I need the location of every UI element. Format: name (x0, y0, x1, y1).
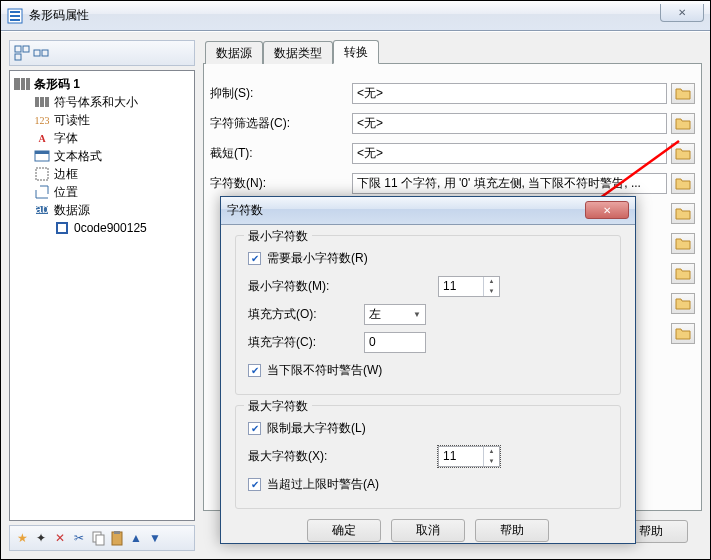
dialog-ok-button[interactable]: 确定 (307, 519, 381, 542)
limit-max-checkbox[interactable]: ✔ (248, 422, 261, 435)
tree-data-item[interactable]: 0code900125 (10, 219, 194, 237)
svg-text:ab: ab (35, 202, 49, 216)
need-min-checkbox[interactable]: ✔ (248, 252, 261, 265)
truncate-field: <无> (352, 143, 667, 164)
tree-root[interactable]: 条形码 1 (10, 75, 194, 93)
dialog-help-button[interactable]: 帮助 (475, 519, 549, 542)
dialog-title: 字符数 (227, 202, 263, 219)
window-title: 条形码属性 (29, 7, 89, 24)
move-down-icon[interactable]: ▼ (147, 530, 163, 546)
tree-item[interactable]: 边框 (10, 165, 194, 183)
new-icon[interactable]: ★ (14, 530, 30, 546)
dialog-close-button[interactable]: ✕ (585, 201, 629, 219)
app-icon (7, 8, 23, 24)
limit-max-label: 限制最大字符数(L) (267, 420, 366, 437)
svg-rect-3 (15, 54, 21, 60)
datasource-icon: ab (34, 202, 50, 218)
tab-datasource[interactable]: 数据源 (205, 41, 263, 64)
property-tree: 条形码 1 符号体系和大小 123可读性 A字体 文本格式 边框 位置 ab数据… (9, 70, 195, 521)
tree-toolbar (9, 40, 195, 66)
suppress-field: <无> (352, 83, 667, 104)
svg-rect-12 (58, 224, 66, 232)
suppress-browse-button[interactable] (671, 83, 695, 104)
filter-field: <无> (352, 113, 667, 134)
svg-rect-8 (36, 168, 48, 180)
extra-browse-button-5[interactable] (671, 323, 695, 344)
spin-down-icon[interactable]: ▼ (484, 456, 499, 466)
border-icon (34, 166, 50, 182)
spin-up-icon[interactable]: ▲ (484, 447, 499, 457)
position-icon (34, 184, 50, 200)
dialog-titlebar: 字符数 ✕ (221, 197, 635, 225)
min-count-input[interactable]: ▲▼ (438, 276, 500, 297)
max-count-input[interactable]: ▲▼ (438, 446, 500, 467)
extra-browse-button-3[interactable] (671, 263, 695, 284)
charcount-dialog: 字符数 ✕ 最小字符数 ✔ 需要最小字符数(R) 最小字符数(M): ▲▼ 填充… (220, 196, 636, 544)
need-min-label: 需要最小字符数(R) (267, 250, 368, 267)
warn-min-label: 当下限不符时警告(W) (267, 362, 382, 379)
count-field: 下限 11 个字符, 用 '0' 填充左侧, 当下限不符时警告, ... (352, 173, 667, 194)
extra-browse-button-1[interactable] (671, 203, 695, 224)
svg-rect-7 (35, 151, 49, 154)
truncate-label: 截短(T): (210, 145, 352, 162)
max-count-label: 最大字符数(X): (248, 448, 364, 465)
main-titlebar: 条形码属性 ✕ (1, 1, 710, 31)
extra-browse-button-2[interactable] (671, 233, 695, 254)
fill-char-input[interactable] (364, 332, 426, 353)
delete-icon[interactable]: ✕ (52, 530, 68, 546)
window-close-button[interactable]: ✕ (660, 4, 704, 22)
tab-datatype[interactable]: 数据类型 (263, 41, 333, 64)
chevron-down-icon: ▼ (413, 310, 421, 319)
svg-rect-16 (114, 531, 120, 534)
data-node-icon (54, 220, 70, 236)
tree-item[interactable]: A字体 (10, 129, 194, 147)
min-chars-group: 最小字符数 ✔ 需要最小字符数(R) 最小字符数(M): ▲▼ 填充方式(O):… (235, 235, 621, 395)
text-format-icon (34, 148, 50, 164)
svg-rect-5 (42, 50, 48, 56)
readability-icon: 123 (34, 112, 50, 128)
tree-item[interactable]: 符号体系和大小 (10, 93, 194, 111)
warn-max-label: 当超过上限时警告(A) (267, 476, 379, 493)
svg-rect-1 (15, 46, 21, 52)
warn-max-checkbox[interactable]: ✔ (248, 478, 261, 491)
wizard-icon[interactable]: ✦ (33, 530, 49, 546)
tree-item[interactable]: ab数据源 (10, 201, 194, 219)
tree-item[interactable]: 文本格式 (10, 147, 194, 165)
warn-min-checkbox[interactable]: ✔ (248, 364, 261, 377)
copy-icon[interactable] (90, 530, 106, 546)
tree-item[interactable]: 123可读性 (10, 111, 194, 129)
svg-rect-14 (96, 535, 104, 545)
font-icon: A (34, 130, 50, 146)
count-label: 字符数(N): (210, 175, 352, 192)
fill-method-select[interactable]: 左▼ (364, 304, 426, 325)
action-toolbar: ★ ✦ ✕ ✂ ▲ ▼ (9, 525, 195, 551)
filter-browse-button[interactable] (671, 113, 695, 134)
svg-rect-4 (34, 50, 40, 56)
expand-all-icon[interactable] (14, 45, 30, 61)
barcode-icon (14, 76, 30, 92)
svg-rect-2 (23, 46, 29, 52)
fill-method-label: 填充方式(O): (248, 306, 364, 323)
max-chars-group: 最大字符数 ✔ 限制最大字符数(L) 最大字符数(X): ▲▼ ✔ 当超过上限时… (235, 405, 621, 509)
cut-icon[interactable]: ✂ (71, 530, 87, 546)
symbology-icon (34, 94, 50, 110)
fill-char-label: 填充字符(C): (248, 334, 364, 351)
dialog-cancel-button[interactable]: 取消 (391, 519, 465, 542)
extra-browse-button-4[interactable] (671, 293, 695, 314)
move-up-icon[interactable]: ▲ (128, 530, 144, 546)
spin-up-icon[interactable]: ▲ (484, 277, 499, 287)
tab-strip: 数据源 数据类型 转换 (203, 40, 702, 64)
tree-item[interactable]: 位置 (10, 183, 194, 201)
truncate-browse-button[interactable] (671, 143, 695, 164)
spin-down-icon[interactable]: ▼ (484, 286, 499, 296)
collapse-all-icon[interactable] (33, 45, 49, 61)
suppress-label: 抑制(S): (210, 85, 352, 102)
min-count-label: 最小字符数(M): (248, 278, 364, 295)
count-browse-button[interactable] (671, 173, 695, 194)
filter-label: 字符筛选器(C): (210, 115, 352, 132)
tab-transform[interactable]: 转换 (333, 40, 379, 64)
paste-icon[interactable] (109, 530, 125, 546)
